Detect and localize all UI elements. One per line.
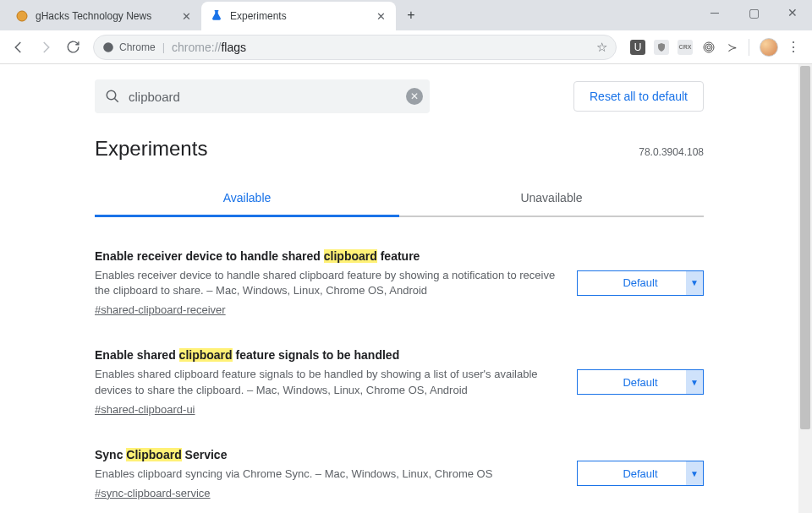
chrome-menu-button[interactable]: ⋮ xyxy=(787,39,800,55)
tab-ghacks[interactable]: gHacks Technology News ✕ xyxy=(7,2,201,30)
flag-description: Enables receiver device to handle shared… xyxy=(95,268,562,298)
maximize-button[interactable]: ▢ xyxy=(734,0,773,25)
favicon-flask-icon xyxy=(210,9,223,23)
extension-icons: U CRX ≻ xyxy=(630,40,740,55)
site-info-icon[interactable]: Chrome xyxy=(102,41,156,53)
forward-button[interactable] xyxy=(34,35,58,59)
chevron-down-icon: ▼ xyxy=(686,461,703,485)
new-tab-button[interactable]: + xyxy=(399,3,423,27)
page-content: ✕ Reset all to default Experiments 78.0.… xyxy=(0,64,798,513)
flag-hash-link[interactable]: #shared-clipboard-receiver xyxy=(95,303,226,316)
flag-select[interactable]: Default▼ xyxy=(577,461,704,486)
search-icon xyxy=(105,89,120,104)
address-bar[interactable]: Chrome | chrome://flags ☆ xyxy=(93,35,617,60)
flag-select[interactable]: Default▼ xyxy=(577,369,704,395)
tab-unavailable[interactable]: Unavailable xyxy=(399,181,704,217)
select-value: Default xyxy=(586,376,694,389)
extension-crx-icon[interactable]: CRX xyxy=(678,40,693,55)
security-label: Chrome xyxy=(119,41,156,53)
flag-hash-link[interactable]: #shared-clipboard-ui xyxy=(95,403,195,416)
flag-item: Enable receiver device to handle shared … xyxy=(95,217,704,316)
svg-point-1 xyxy=(103,42,113,52)
flag-item: Sync Clipboard ServiceEnables clipboard … xyxy=(95,416,704,499)
page-title: Experiments xyxy=(95,137,207,161)
close-icon[interactable]: ✕ xyxy=(179,9,193,23)
close-window-button[interactable]: ✕ xyxy=(773,0,812,25)
select-value: Default xyxy=(586,467,694,480)
chevron-down-icon: ▼ xyxy=(686,271,703,295)
chevron-down-icon: ▼ xyxy=(686,370,703,394)
flag-description: Enables shared clipboard feature signals… xyxy=(95,367,562,397)
flag-hash-link[interactable]: #sync-clipboard-service xyxy=(95,487,211,499)
search-input[interactable] xyxy=(129,90,398,104)
extension-shield-icon[interactable] xyxy=(654,40,669,55)
flag-title: Enable shared clipboard feature signals … xyxy=(95,348,562,362)
close-icon[interactable]: ✕ xyxy=(374,9,387,23)
flag-description: Enables clipboard syncing via Chrome Syn… xyxy=(95,467,562,482)
profile-avatar[interactable] xyxy=(760,38,778,57)
svg-point-5 xyxy=(107,90,116,100)
browser-toolbar: Chrome | chrome://flags ☆ U CRX ≻ ⋮ xyxy=(0,30,812,64)
select-value: Default xyxy=(586,276,694,289)
scrollbar-thumb[interactable] xyxy=(800,66,810,429)
flag-title: Enable receiver device to handle shared … xyxy=(95,249,562,263)
flag-item: Enable shared clipboard feature signals … xyxy=(95,316,704,415)
chrome-version: 78.0.3904.108 xyxy=(639,146,704,158)
window-controls: ─ ▢ ✕ xyxy=(695,0,812,30)
flag-title: Sync Clipboard Service xyxy=(95,448,562,461)
bookmark-star-icon[interactable]: ☆ xyxy=(596,40,607,55)
tab-title: Experiments xyxy=(230,10,367,22)
minimize-button[interactable]: ─ xyxy=(695,0,734,25)
svg-point-0 xyxy=(17,11,27,21)
favicon-ghacks xyxy=(15,9,29,23)
back-button[interactable] xyxy=(7,35,30,59)
extension-fingerprint-icon[interactable] xyxy=(701,40,716,55)
tab-available[interactable]: Available xyxy=(95,181,399,217)
clear-search-button[interactable]: ✕ xyxy=(406,88,423,105)
svg-point-3 xyxy=(705,44,712,51)
svg-point-2 xyxy=(707,46,710,49)
extension-arrow-icon[interactable]: ≻ xyxy=(725,40,740,55)
tab-title: gHacks Technology News xyxy=(36,10,173,22)
url-text: chrome://flags xyxy=(172,41,246,54)
vertical-scrollbar[interactable] xyxy=(798,64,812,513)
flag-select[interactable]: Default▼ xyxy=(577,270,704,296)
tab-experiments[interactable]: Experiments ✕ xyxy=(201,2,396,30)
reset-all-button[interactable]: Reset all to default xyxy=(573,81,704,112)
flags-search-box[interactable]: ✕ xyxy=(95,79,430,113)
browser-titlebar: gHacks Technology News ✕ Experiments ✕ +… xyxy=(0,0,812,30)
extension-ublock-icon[interactable]: U xyxy=(630,40,645,55)
reload-button[interactable] xyxy=(61,35,85,59)
